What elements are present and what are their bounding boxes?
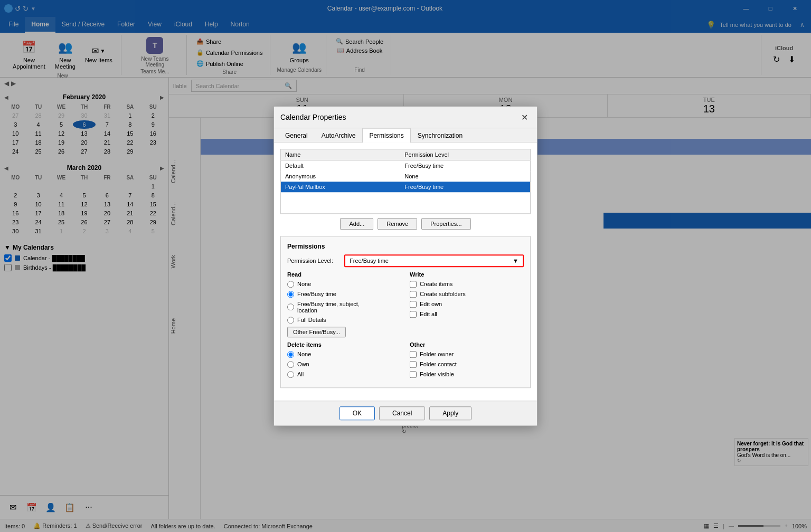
col-name: Name [281, 149, 401, 160]
write-edit-all[interactable]: Edit all [410, 311, 524, 318]
table-row-empty [281, 192, 531, 213]
dialog-close-btn[interactable]: ✕ [518, 111, 531, 124]
read-freebusy[interactable]: Free/Busy time [287, 291, 401, 298]
row-name-default: Default [281, 160, 401, 172]
delete-none-radio[interactable] [287, 351, 294, 358]
table-row-default[interactable]: Default Free/Busy time [281, 160, 531, 172]
tab-permissions[interactable]: Permissions [362, 128, 410, 142]
read-none-label: None [297, 281, 311, 287]
read-none[interactable]: None [287, 281, 401, 288]
create-subfolders-checkbox[interactable] [410, 291, 417, 298]
delete-all-radio[interactable] [287, 371, 294, 378]
tab-general[interactable]: General [278, 128, 315, 142]
write-create-subfolders[interactable]: Create subfolders [410, 291, 524, 298]
write-edit-own[interactable]: Edit own [410, 301, 524, 308]
read-freebusy-label: Free/Busy time [297, 291, 336, 297]
delete-all-label: All [297, 371, 304, 377]
perm-table-buttons: Add... Remove Properties... [280, 218, 531, 230]
apply-btn[interactable]: Apply [429, 406, 471, 420]
delete-none-label: None [297, 351, 311, 357]
create-items-label: Create items [420, 281, 452, 287]
other-col: Other Folder owner Folder contact Folder… [410, 341, 524, 381]
row-level-anonymous: None [400, 171, 530, 182]
dialog-titlebar: Calendar Properties ✕ [274, 107, 537, 128]
delete-own-radio[interactable] [287, 361, 294, 368]
edit-all-checkbox[interactable] [410, 311, 417, 318]
delete-none[interactable]: None [287, 351, 401, 358]
delete-col: Delete items None Own All [287, 341, 401, 381]
add-btn[interactable]: Add... [340, 218, 373, 230]
read-write-section: Read None Free/Busy time Free/Busy time,… [287, 271, 524, 337]
read-none-radio[interactable] [287, 281, 294, 288]
permissions-section-title: Permissions [287, 243, 524, 250]
remove-btn[interactable]: Remove [378, 218, 417, 230]
permissions-section: Permissions Permission Level: Free/Busy … [280, 236, 531, 388]
read-col: Read None Free/Busy time Free/Busy time,… [287, 271, 401, 337]
permission-level-label: Permission Level: [287, 258, 340, 264]
dialog-tabs: General AutoArchive Permissions Synchron… [274, 128, 537, 142]
folder-visible-checkbox[interactable] [410, 371, 417, 378]
other-freebusy-section: Other Free/Busy... [287, 327, 401, 337]
delete-own-label: Own [297, 361, 309, 367]
read-fulldetails[interactable]: Full Details [287, 317, 401, 324]
delete-all[interactable]: All [287, 371, 401, 378]
delete-own[interactable]: Own [287, 361, 401, 368]
properties-btn[interactable]: Properties... [421, 218, 470, 230]
folder-contact-checkbox[interactable] [410, 361, 417, 368]
permission-level-row: Permission Level: Free/Busy time ▼ [287, 254, 524, 267]
other-folder-contact[interactable]: Folder contact [410, 361, 524, 368]
permission-level-dropdown[interactable]: Free/Busy time ▼ [344, 254, 524, 267]
row-name-paypal: PayPal Mailbox [281, 182, 401, 192]
other-title: Other [410, 341, 524, 348]
row-level-paypal: Free/Busy time [400, 182, 530, 192]
create-subfolders-label: Create subfolders [420, 291, 466, 297]
other-folder-visible[interactable]: Folder visible [410, 371, 524, 378]
edit-own-label: Edit own [420, 301, 442, 307]
table-row-anonymous[interactable]: Anonymous None [281, 171, 531, 182]
ok-btn[interactable]: OK [340, 406, 375, 420]
permissions-table: Name Permission Level Default Free/Busy … [280, 149, 531, 214]
edit-own-checkbox[interactable] [410, 301, 417, 308]
read-fulldetails-radio[interactable] [287, 317, 294, 324]
edit-all-label: Edit all [420, 311, 437, 317]
tab-synchronization[interactable]: Synchronization [411, 128, 469, 142]
write-col: Write Create items Create subfolders Edi… [410, 271, 524, 337]
folder-visible-label: Folder visible [420, 371, 454, 377]
write-create-items[interactable]: Create items [410, 281, 524, 288]
write-title: Write [410, 271, 524, 278]
calendar-properties-dialog: Calendar Properties ✕ General AutoArchiv… [274, 106, 537, 426]
cancel-btn[interactable]: Cancel [379, 406, 425, 420]
tab-autoarchive[interactable]: AutoArchive [315, 128, 363, 142]
read-fulldetails-label: Full Details [297, 317, 326, 323]
other-freebusy-btn[interactable]: Other Free/Busy... [287, 327, 346, 337]
permission-level-value: Free/Busy time [350, 258, 389, 264]
read-freebusy-subject-radio[interactable] [287, 303, 294, 310]
dropdown-arrow: ▼ [513, 258, 518, 264]
create-items-checkbox[interactable] [410, 281, 417, 288]
dialog-title: Calendar Properties [280, 113, 346, 121]
read-freebusy-subject[interactable]: Free/Busy time, subject,location [287, 301, 401, 314]
table-row-paypal[interactable]: PayPal Mailbox Free/Busy time [281, 182, 531, 192]
read-freebusy-radio[interactable] [287, 291, 294, 298]
folder-contact-label: Folder contact [420, 361, 457, 367]
delete-title: Delete items [287, 341, 401, 348]
read-freebusy-subject-label: Free/Busy time, subject,location [297, 301, 360, 314]
delete-other-section: Delete items None Own All [287, 341, 524, 381]
row-level-default: Free/Busy time [400, 160, 530, 172]
folder-owner-checkbox[interactable] [410, 351, 417, 358]
folder-owner-label: Folder owner [420, 351, 454, 357]
other-folder-owner[interactable]: Folder owner [410, 351, 524, 358]
dialog-footer: OK Cancel Apply [274, 401, 537, 425]
read-title: Read [287, 271, 401, 278]
dialog-body: Name Permission Level Default Free/Busy … [274, 142, 537, 401]
col-permission: Permission Level [400, 149, 530, 160]
row-name-anonymous: Anonymous [281, 171, 401, 182]
